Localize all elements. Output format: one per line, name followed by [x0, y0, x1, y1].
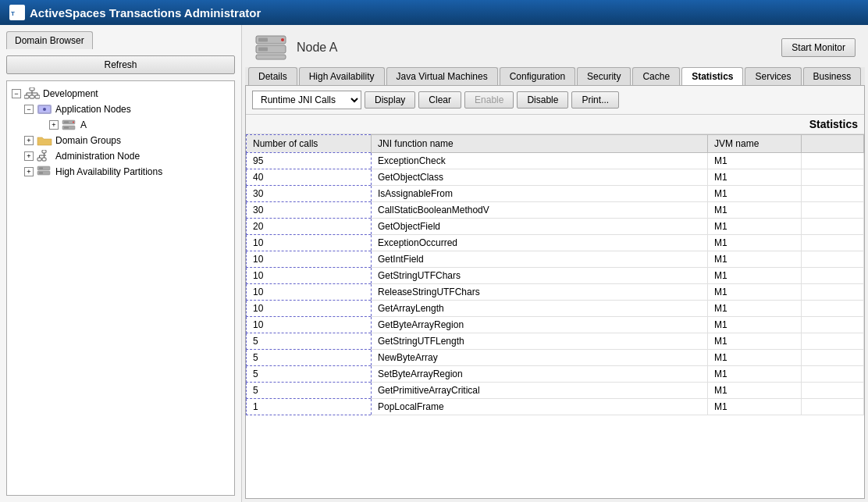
- table-row[interactable]: 10GetArrayLengthM1: [247, 301, 864, 317]
- tree-item-domain-groups[interactable]: + Domain Groups: [24, 133, 229, 148]
- expand-node-a-icon[interactable]: +: [49, 120, 59, 130]
- cell-extra: [802, 153, 864, 169]
- tabs-bar: Details High Availability Java Virtual M…: [245, 67, 865, 86]
- cell-num-calls: 95: [247, 153, 372, 169]
- table-toolbar: Runtime JNI Calls Memory Usage Thread Co…: [246, 86, 864, 115]
- svg-rect-3: [24, 95, 29, 98]
- col-header-extra: [802, 135, 864, 153]
- cell-num-calls: 1: [247, 399, 372, 415]
- table-header-row: Number of calls JNI function name JVM na…: [247, 135, 864, 153]
- cell-jni-name: GetObjectClass: [372, 169, 708, 186]
- cell-extra: [802, 186, 864, 202]
- cell-jni-name: ExceptionCheck: [372, 153, 708, 169]
- tab-details[interactable]: Details: [248, 67, 297, 85]
- cell-extra: [802, 333, 864, 350]
- table-row[interactable]: 40GetObjectClassM1: [247, 169, 864, 186]
- app-nodes-icon: [37, 103, 52, 116]
- svg-text:T: T: [11, 10, 15, 17]
- cell-extra: [802, 366, 864, 383]
- tree-item-node-a[interactable]: + A: [49, 117, 229, 133]
- expand-domain-groups-icon[interactable]: +: [24, 136, 34, 145]
- tab-cache[interactable]: Cache: [632, 67, 680, 85]
- svg-rect-18: [64, 127, 69, 129]
- start-monitor-button[interactable]: Start Monitor: [781, 38, 856, 57]
- table-row[interactable]: 10GetIntFieldM1: [247, 251, 864, 268]
- tree-item-application-nodes[interactable]: − Application Nodes: [24, 101, 229, 117]
- expand-admin-node-icon[interactable]: +: [24, 151, 34, 161]
- table-row[interactable]: 5SetByteArrayRegionM1: [247, 366, 864, 383]
- table-row[interactable]: 10ReleaseStringUTFCharsM1: [247, 284, 864, 301]
- cell-jvm-name: M1: [708, 202, 802, 219]
- tree-item-development[interactable]: − Development: [12, 86, 229, 101]
- domain-browser-tab[interactable]: Domain Browser: [6, 31, 93, 49]
- tab-services[interactable]: Services: [745, 67, 801, 85]
- table-row[interactable]: 5NewByteArrayM1: [247, 350, 864, 366]
- tree-item-admin-node[interactable]: + Administration Node: [24, 148, 229, 164]
- tab-security[interactable]: Security: [577, 67, 631, 85]
- svg-rect-21: [42, 158, 46, 161]
- print-button[interactable]: Print...: [571, 91, 619, 109]
- display-button[interactable]: Display: [365, 91, 415, 109]
- cell-extra: [802, 268, 864, 284]
- cell-extra: [802, 383, 864, 399]
- stat-type-dropdown[interactable]: Runtime JNI Calls Memory Usage Thread Co…: [252, 91, 361, 109]
- cell-jni-name: GetObjectField: [372, 219, 708, 235]
- svg-rect-2: [30, 87, 34, 91]
- tab-business[interactable]: Business: [803, 67, 862, 85]
- cell-num-calls: 5: [247, 383, 372, 399]
- tab-configuration[interactable]: Configuration: [500, 67, 575, 85]
- cell-extra: [802, 251, 864, 268]
- enable-button[interactable]: Enable: [464, 91, 514, 109]
- cell-num-calls: 10: [247, 251, 372, 268]
- table-row[interactable]: 10ExceptionOccurredM1: [247, 235, 864, 251]
- cell-jni-name: GetStringUTFChars: [372, 268, 708, 284]
- refresh-button[interactable]: Refresh: [6, 55, 235, 74]
- table-row[interactable]: 30IsAssignableFromM1: [247, 186, 864, 202]
- node-a-label: A: [80, 119, 87, 130]
- tree-item-ha-partitions[interactable]: + High Availability Partitions: [24, 164, 229, 180]
- data-table[interactable]: Number of calls JNI function name JVM na…: [246, 134, 864, 498]
- cell-extra: [802, 202, 864, 219]
- cell-num-calls: 10: [247, 235, 372, 251]
- cell-jni-name: GetIntField: [372, 251, 708, 268]
- tab-high-availability[interactable]: High Availability: [299, 67, 385, 85]
- table-row[interactable]: 95ExceptionCheckM1: [247, 153, 864, 169]
- cell-extra: [802, 399, 864, 415]
- table-body: 95ExceptionCheckM140GetObjectClassM130Is…: [247, 153, 864, 415]
- svg-rect-19: [42, 150, 46, 153]
- table-row[interactable]: 5GetPrimitiveArrayCriticalM1: [247, 383, 864, 399]
- cell-num-calls: 5: [247, 366, 372, 383]
- cell-num-calls: 10: [247, 317, 372, 333]
- tab-java-virtual-machines[interactable]: Java Virtual Machines: [386, 67, 498, 85]
- network-icon: [24, 87, 40, 100]
- table-row[interactable]: 20GetObjectFieldM1: [247, 219, 864, 235]
- admin-network-icon: [37, 150, 52, 162]
- domain-groups-label: Domain Groups: [55, 135, 121, 146]
- cell-num-calls: 40: [247, 169, 372, 186]
- svg-rect-29: [39, 173, 43, 174]
- table-row[interactable]: 10GetByteArrayRegionM1: [247, 317, 864, 333]
- col-header-num-calls: Number of calls: [247, 135, 372, 153]
- table-row[interactable]: 30CallStaticBooleanMethodVM1: [247, 202, 864, 219]
- content-area: Node A Start Monitor Details High Availa…: [242, 25, 868, 502]
- cell-jni-name: NewByteArray: [372, 350, 708, 366]
- expand-appnodes-icon[interactable]: −: [24, 105, 34, 114]
- cell-jvm-name: M1: [708, 169, 802, 186]
- cell-num-calls: 20: [247, 219, 372, 235]
- node-a-server-icon: [254, 34, 289, 61]
- expand-ha-icon[interactable]: +: [24, 167, 34, 176]
- disable-button[interactable]: Disable: [517, 91, 568, 109]
- svg-rect-17: [64, 122, 69, 123]
- cell-extra: [802, 169, 864, 186]
- clear-button[interactable]: Clear: [418, 91, 461, 109]
- table-row[interactable]: 10GetStringUTFCharsM1: [247, 268, 864, 284]
- tab-statistics[interactable]: Statistics: [681, 67, 743, 86]
- cell-extra: [802, 317, 864, 333]
- cell-jvm-name: M1: [708, 366, 802, 383]
- cell-jni-name: SetByteArrayRegion: [372, 366, 708, 383]
- cell-jni-name: GetPrimitiveArrayCritical: [372, 383, 708, 399]
- table-row[interactable]: 1PopLocalFrameM1: [247, 399, 864, 415]
- table-row[interactable]: 5GetStringUTFLengthM1: [247, 333, 864, 350]
- expand-development-icon[interactable]: −: [12, 89, 21, 98]
- cell-jvm-name: M1: [708, 251, 802, 268]
